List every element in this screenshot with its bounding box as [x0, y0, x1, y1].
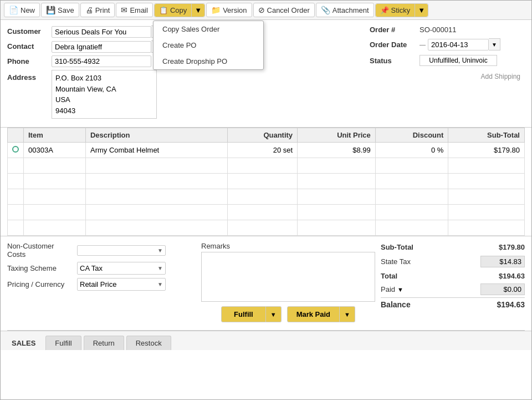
customer-label: Customer — [7, 26, 52, 36]
non-customer-costs-select[interactable]: ▼ — [77, 245, 166, 256]
order-date-group: — ▼ — [420, 38, 500, 50]
th-subtotal: Sub-Total — [448, 128, 525, 143]
address-prefix: Address ▼ — [7, 70, 52, 82]
attachment-button[interactable]: 📎 Attachment — [316, 3, 374, 17]
total-value: $194.63 — [480, 272, 525, 280]
order-date-label: Order Date — [370, 40, 420, 49]
return-tab[interactable]: Return — [84, 336, 124, 350]
table-empty-row-1 — [8, 158, 525, 174]
phone-label: Phone — [7, 55, 52, 65]
mark-paid-button[interactable]: Mark Paid — [287, 306, 340, 322]
subtotal-value: $179.80 — [480, 243, 525, 251]
sticky-main-button[interactable]: 📌 Sticky — [376, 4, 415, 17]
print-label: Print — [95, 6, 110, 14]
remarks-label: Remarks — [201, 242, 375, 250]
customer-input[interactable] — [52, 26, 151, 38]
mark-paid-button-group: Mark Paid ▼ — [287, 306, 355, 322]
copy-label: Copy — [170, 6, 187, 14]
paid-summary-row: Paid ▼ $0.00 — [381, 283, 525, 295]
sticky-dropdown-arrow[interactable]: ▼ — [415, 4, 428, 17]
order-date-row: Order Date — ▼ — [370, 38, 525, 50]
date-dropdown-btn[interactable]: ▼ — [489, 38, 500, 50]
fulfill-button[interactable]: Fulfill — [221, 306, 266, 322]
th-unit-price: Unit Price — [298, 128, 376, 143]
state-tax-summary-row: State Tax $14.83 — [381, 255, 525, 269]
subtotal-summary-row: Sub-Total $179.80 — [381, 242, 525, 252]
copy-split-button[interactable]: 📋 Copy ▼ — [154, 3, 205, 17]
total-summary-row: Total $194.63 — [381, 271, 525, 281]
date-input-group: ▼ — [428, 38, 500, 50]
bottom-left: Non-Customer Costs ▼ Taxing Scheme CA Ta… — [7, 242, 196, 325]
order-table: Item Description Quantity Unit Price Dis… — [7, 128, 525, 236]
fulfill-tab[interactable]: Fulfill — [45, 336, 81, 350]
order-num-label: Order # — [370, 26, 420, 34]
td-description: Army Combat Helmet — [85, 143, 227, 158]
pricing-currency-row: Pricing / Currency Retail Price ▼ — [7, 278, 196, 291]
fulfill-dropdown-btn[interactable]: ▼ — [266, 306, 282, 322]
row-radio[interactable] — [12, 146, 19, 153]
add-shipping-link[interactable]: Add Shipping — [481, 73, 520, 80]
address-line1: P.O. Box 2103 — [55, 73, 153, 84]
paid-label: Paid — [381, 285, 395, 293]
subtotal-label: Sub-Total — [381, 243, 413, 251]
attachment-label: Attachment — [332, 6, 369, 14]
td-discount: 0 % — [375, 143, 448, 158]
pricing-currency-label: Pricing / Currency — [7, 280, 74, 288]
table-empty-row-4 — [8, 205, 525, 220]
sticky-split-button[interactable]: 📌 Sticky ▼ — [375, 3, 429, 17]
copy-icon: 📋 — [159, 6, 168, 14]
customer-input-group: ▼ — [52, 26, 163, 38]
paid-value: $0.00 — [480, 283, 525, 295]
td-quantity: 20 set — [227, 143, 297, 158]
taxing-scheme-value: CA Tax — [80, 264, 103, 272]
state-tax-value: $14.83 — [480, 256, 525, 267]
bottom-middle: Remarks Fulfill ▼ Mark Paid ▼ — [201, 242, 375, 325]
cancel-order-button[interactable]: ⊘ Cancel Order — [253, 3, 315, 17]
table-body: 00303A Army Combat Helmet 20 set $8.99 0… — [8, 143, 525, 236]
pricing-currency-select[interactable]: Retail Price ▼ — [77, 278, 166, 291]
sticky-icon: 📌 — [380, 6, 389, 14]
save-label: Save — [58, 6, 74, 14]
create-dropship-po-item[interactable]: Create Dropship PO — [154, 53, 263, 69]
phone-input[interactable] — [52, 55, 151, 67]
copy-sales-order-item[interactable]: Copy Sales Order — [154, 21, 263, 37]
table-row[interactable]: 00303A Army Combat Helmet 20 set $8.99 0… — [8, 143, 525, 158]
paid-dropdown-arrow[interactable]: ▼ — [397, 286, 403, 293]
sales-tab-label: SALES — [7, 336, 40, 350]
copy-dropdown-arrow[interactable]: ▼ — [191, 4, 204, 17]
email-button[interactable]: ✉ Email — [116, 3, 153, 17]
version-button[interactable]: 📁 Version — [206, 3, 252, 17]
app-window: 📄 New 💾 Save 🖨 Print ✉ Email 📋 Copy ▼ 📁 … — [0, 0, 532, 400]
taxing-scheme-row: Taxing Scheme CA Tax ▼ — [7, 262, 196, 275]
balance-summary-row: Balance $194.63 — [381, 297, 525, 310]
order-num-value: SO-000011 — [420, 26, 457, 34]
print-button[interactable]: 🖨 Print — [80, 3, 115, 17]
contact-input[interactable] — [52, 41, 151, 53]
order-date-input[interactable] — [428, 39, 489, 50]
footer-tabs: SALES Fulfill Return Restock — [1, 331, 531, 350]
order-num-row: Order # SO-000011 — [370, 26, 525, 34]
table-container: Item Description Quantity Unit Price Dis… — [1, 128, 531, 236]
copy-main-button[interactable]: 📋 Copy — [155, 4, 191, 17]
version-label: Version — [223, 6, 247, 14]
attachment-icon: 📎 — [321, 6, 330, 14]
create-po-item[interactable]: Create PO — [154, 37, 263, 53]
email-label: Email — [130, 6, 148, 14]
paid-label-group: Paid ▼ — [381, 285, 403, 293]
new-button[interactable]: 📄 New — [4, 3, 40, 17]
remarks-textarea[interactable] — [201, 252, 375, 302]
mark-paid-dropdown-btn[interactable]: ▼ — [340, 306, 355, 322]
non-customer-costs-row: Non-Customer Costs ▼ — [7, 242, 196, 259]
taxing-scheme-select[interactable]: CA Tax ▼ — [77, 262, 166, 275]
table-empty-row-3 — [8, 189, 525, 205]
restock-tab[interactable]: Restock — [126, 336, 171, 350]
toolbar: 📄 New 💾 Save 🖨 Print ✉ Email 📋 Copy ▼ 📁 … — [1, 1, 531, 20]
taxing-scheme-label: Taxing Scheme — [7, 264, 74, 272]
cancel-icon: ⊘ — [258, 6, 265, 14]
status-label: Status — [370, 57, 420, 65]
address-line2: Mountain View, CA — [55, 84, 153, 95]
contact-input-group: ▼ — [52, 40, 163, 53]
address-row: Address ▼ P.O. Box 2103 Mountain View, C… — [7, 70, 364, 119]
th-discount: Discount — [375, 128, 448, 143]
save-button[interactable]: 💾 Save — [41, 3, 79, 17]
